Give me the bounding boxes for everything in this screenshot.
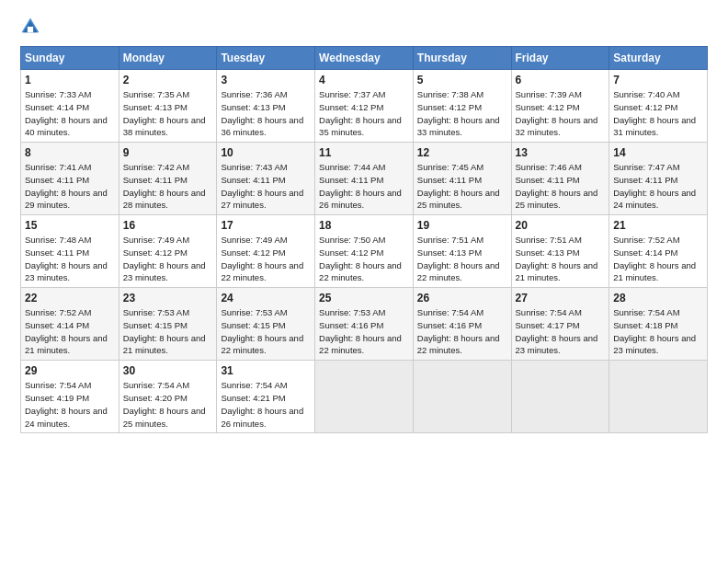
calendar-cell: [315, 361, 414, 433]
weekday-header-tuesday: Tuesday: [217, 47, 315, 70]
calendar-cell: 17Sunrise: 7:49 AMSunset: 4:12 PMDayligh…: [217, 215, 315, 288]
day-info: Sunrise: 7:47 AMSunset: 4:11 PMDaylight:…: [613, 161, 703, 212]
day-number: 31: [221, 364, 311, 377]
calendar-week-2: 8Sunrise: 7:41 AMSunset: 4:11 PMDaylight…: [21, 143, 708, 215]
day-info: Sunrise: 7:35 AMSunset: 4:13 PMDaylight:…: [123, 88, 213, 139]
day-number: 15: [25, 219, 115, 232]
day-number: 10: [221, 146, 311, 159]
calendar-cell: 21Sunrise: 7:52 AMSunset: 4:14 PMDayligh…: [609, 215, 708, 288]
calendar-cell: 29Sunrise: 7:54 AMSunset: 4:19 PMDayligh…: [21, 361, 119, 433]
calendar-cell: 19Sunrise: 7:51 AMSunset: 4:13 PMDayligh…: [413, 215, 511, 288]
calendar-cell: 24Sunrise: 7:53 AMSunset: 4:15 PMDayligh…: [217, 288, 315, 361]
day-number: 8: [25, 146, 115, 159]
day-number: 27: [516, 292, 606, 304]
weekday-header-sunday: Sunday: [21, 47, 119, 70]
logo-icon: [20, 17, 40, 37]
weekday-header-saturday: Saturday: [609, 47, 708, 70]
day-number: 26: [417, 292, 507, 304]
calendar-cell: 20Sunrise: 7:51 AMSunset: 4:13 PMDayligh…: [511, 215, 609, 288]
day-number: 18: [319, 219, 409, 232]
calendar-cell: 10Sunrise: 7:43 AMSunset: 4:11 PMDayligh…: [217, 143, 315, 215]
calendar-cell: 11Sunrise: 7:44 AMSunset: 4:11 PMDayligh…: [315, 143, 414, 215]
day-number: 9: [123, 146, 213, 159]
calendar-cell: 1Sunrise: 7:33 AMSunset: 4:14 PMDaylight…: [21, 70, 119, 143]
calendar-cell: 28Sunrise: 7:54 AMSunset: 4:18 PMDayligh…: [609, 288, 708, 361]
day-info: Sunrise: 7:37 AMSunset: 4:12 PMDaylight:…: [319, 88, 409, 139]
weekday-header-wednesday: Wednesday: [315, 47, 414, 70]
day-info: Sunrise: 7:54 AMSunset: 4:19 PMDaylight:…: [25, 379, 115, 430]
day-number: 11: [319, 146, 409, 159]
day-number: 5: [417, 74, 507, 86]
day-info: Sunrise: 7:54 AMSunset: 4:16 PMDaylight:…: [417, 306, 507, 357]
day-info: Sunrise: 7:45 AMSunset: 4:11 PMDaylight:…: [417, 161, 507, 212]
day-info: Sunrise: 7:40 AMSunset: 4:12 PMDaylight:…: [613, 88, 703, 139]
calendar-cell: 18Sunrise: 7:50 AMSunset: 4:12 PMDayligh…: [315, 215, 414, 288]
day-number: 24: [221, 292, 311, 304]
calendar-cell: 12Sunrise: 7:45 AMSunset: 4:11 PMDayligh…: [413, 143, 511, 215]
day-info: Sunrise: 7:36 AMSunset: 4:13 PMDaylight:…: [221, 88, 311, 139]
day-info: Sunrise: 7:54 AMSunset: 4:17 PMDaylight:…: [516, 306, 606, 357]
weekday-header-row: SundayMondayTuesdayWednesdayThursdayFrid…: [21, 47, 708, 70]
day-number: 6: [516, 74, 606, 86]
day-number: 4: [319, 74, 409, 86]
calendar-cell: [413, 361, 511, 433]
day-number: 29: [25, 364, 115, 377]
calendar-cell: 14Sunrise: 7:47 AMSunset: 4:11 PMDayligh…: [609, 143, 708, 215]
calendar-cell: 27Sunrise: 7:54 AMSunset: 4:17 PMDayligh…: [511, 288, 609, 361]
day-number: 22: [25, 292, 115, 304]
day-number: 20: [516, 219, 606, 232]
day-info: Sunrise: 7:49 AMSunset: 4:12 PMDaylight:…: [123, 234, 213, 284]
weekday-header-friday: Friday: [511, 47, 609, 70]
day-info: Sunrise: 7:54 AMSunset: 4:20 PMDaylight:…: [123, 379, 213, 430]
day-number: 13: [516, 146, 606, 159]
day-info: Sunrise: 7:51 AMSunset: 4:13 PMDaylight:…: [516, 234, 606, 284]
day-info: Sunrise: 7:41 AMSunset: 4:11 PMDaylight:…: [25, 161, 115, 212]
day-number: 1: [25, 74, 115, 86]
day-number: 16: [123, 219, 213, 232]
day-number: 2: [123, 74, 213, 86]
day-info: Sunrise: 7:51 AMSunset: 4:13 PMDaylight:…: [417, 234, 507, 284]
day-number: 12: [417, 146, 507, 159]
calendar-week-4: 22Sunrise: 7:52 AMSunset: 4:14 PMDayligh…: [21, 288, 708, 361]
calendar-cell: 3Sunrise: 7:36 AMSunset: 4:13 PMDaylight…: [217, 70, 315, 143]
calendar-cell: [609, 361, 708, 433]
calendar-cell: 15Sunrise: 7:48 AMSunset: 4:11 PMDayligh…: [21, 215, 119, 288]
day-number: 3: [221, 74, 311, 86]
calendar-cell: 30Sunrise: 7:54 AMSunset: 4:20 PMDayligh…: [119, 361, 217, 433]
calendar-cell: 13Sunrise: 7:46 AMSunset: 4:11 PMDayligh…: [511, 143, 609, 215]
calendar-week-5: 29Sunrise: 7:54 AMSunset: 4:19 PMDayligh…: [21, 361, 708, 433]
day-info: Sunrise: 7:53 AMSunset: 4:15 PMDaylight:…: [221, 306, 311, 357]
page: SundayMondayTuesdayWednesdayThursdayFrid…: [0, 0, 728, 442]
day-number: 25: [319, 292, 409, 304]
calendar-cell: 6Sunrise: 7:39 AMSunset: 4:12 PMDaylight…: [511, 70, 609, 143]
calendar-cell: 9Sunrise: 7:42 AMSunset: 4:11 PMDaylight…: [119, 143, 217, 215]
calendar-cell: 16Sunrise: 7:49 AMSunset: 4:12 PMDayligh…: [119, 215, 217, 288]
day-info: Sunrise: 7:54 AMSunset: 4:21 PMDaylight:…: [221, 379, 311, 430]
calendar-cell: 31Sunrise: 7:54 AMSunset: 4:21 PMDayligh…: [217, 361, 315, 433]
day-number: 30: [123, 364, 213, 377]
day-info: Sunrise: 7:38 AMSunset: 4:12 PMDaylight:…: [417, 88, 507, 139]
svg-rect-2: [28, 27, 33, 32]
calendar-cell: 25Sunrise: 7:53 AMSunset: 4:16 PMDayligh…: [315, 288, 414, 361]
calendar-cell: 26Sunrise: 7:54 AMSunset: 4:16 PMDayligh…: [413, 288, 511, 361]
day-info: Sunrise: 7:54 AMSunset: 4:18 PMDaylight:…: [613, 306, 703, 357]
weekday-header-monday: Monday: [119, 47, 217, 70]
calendar-cell: 8Sunrise: 7:41 AMSunset: 4:11 PMDaylight…: [21, 143, 119, 215]
calendar-cell: 7Sunrise: 7:40 AMSunset: 4:12 PMDaylight…: [609, 70, 708, 143]
day-info: Sunrise: 7:52 AMSunset: 4:14 PMDaylight:…: [613, 234, 703, 284]
day-number: 7: [613, 74, 703, 86]
calendar-week-3: 15Sunrise: 7:48 AMSunset: 4:11 PMDayligh…: [21, 215, 708, 288]
calendar-cell: 23Sunrise: 7:53 AMSunset: 4:15 PMDayligh…: [119, 288, 217, 361]
day-number: 21: [613, 219, 703, 232]
day-info: Sunrise: 7:46 AMSunset: 4:11 PMDaylight:…: [516, 161, 606, 212]
day-number: 28: [613, 292, 703, 304]
day-number: 19: [417, 219, 507, 232]
weekday-header-thursday: Thursday: [413, 47, 511, 70]
day-info: Sunrise: 7:42 AMSunset: 4:11 PMDaylight:…: [123, 161, 213, 212]
calendar-cell: 5Sunrise: 7:38 AMSunset: 4:12 PMDaylight…: [413, 70, 511, 143]
day-info: Sunrise: 7:53 AMSunset: 4:16 PMDaylight:…: [319, 306, 409, 357]
day-info: Sunrise: 7:33 AMSunset: 4:14 PMDaylight:…: [25, 88, 115, 139]
day-number: 17: [221, 219, 311, 232]
calendar-table: SundayMondayTuesdayWednesdayThursdayFrid…: [20, 46, 708, 433]
day-info: Sunrise: 7:50 AMSunset: 4:12 PMDaylight:…: [319, 234, 409, 284]
